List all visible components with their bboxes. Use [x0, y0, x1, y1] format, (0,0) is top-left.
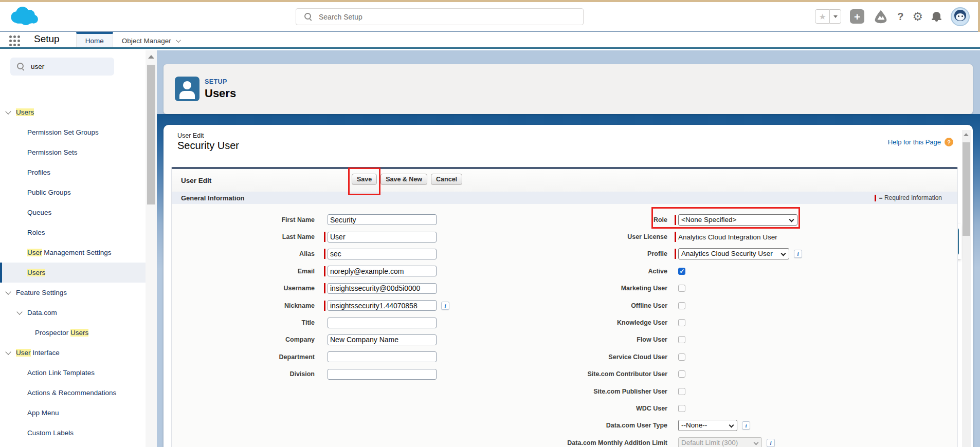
sidebar-item[interactable]: User Management Settings [0, 243, 146, 263]
search-input[interactable] [319, 9, 576, 25]
sidebar-item[interactable]: Actions & Recommendations [0, 383, 146, 403]
checkbox[interactable] [678, 405, 685, 412]
sidebar-item-label: User Management Settings [27, 249, 112, 256]
main-area: SETUP Users User Edit Security User Help… [157, 50, 980, 447]
checkbox[interactable] [678, 319, 685, 326]
sidebar-item[interactable]: Prospector Users [0, 323, 146, 343]
field-input[interactable] [328, 266, 437, 276]
sidebar-item[interactable]: Permission Set Groups [0, 122, 146, 142]
sidebar-item[interactable]: Users [0, 263, 146, 283]
tab-home[interactable]: Home [76, 32, 113, 47]
info-icon[interactable]: i [441, 302, 449, 310]
checkbox[interactable] [678, 285, 685, 292]
checkbox[interactable] [678, 268, 685, 275]
checkbox[interactable] [678, 370, 685, 378]
window-chrome-strip [0, 0, 980, 2]
field-control [328, 249, 437, 259]
sidebar-item[interactable]: Roles [0, 222, 146, 243]
save-and-new-button[interactable]: Save & New [380, 174, 427, 185]
avatar[interactable] [951, 7, 970, 26]
field-input[interactable] [328, 318, 437, 328]
field-input[interactable] [328, 249, 437, 259]
sidebar-item[interactable]: User Interface [0, 343, 146, 363]
salesforce-setup-window: ★ + ? ⚙ Setup Home Object Manager [0, 0, 980, 447]
field-input[interactable] [328, 283, 437, 294]
field-control: i [328, 300, 449, 311]
cancel-button[interactable]: Cancel [431, 174, 462, 185]
form-field-row: Email [177, 263, 481, 280]
users-setup-icon [175, 77, 199, 101]
scrollbar-thumb[interactable] [147, 65, 155, 204]
sidebar-item[interactable]: Profiles [0, 162, 146, 182]
field-input[interactable] [328, 351, 437, 362]
gear-icon[interactable]: ⚙ [912, 10, 923, 24]
checkbox[interactable] [678, 353, 685, 361]
checkbox[interactable] [678, 336, 685, 343]
sidebar-search-input[interactable] [31, 58, 108, 74]
favorites-star-icon[interactable]: ★ [815, 9, 830, 24]
required-indicator [667, 386, 678, 397]
required-indicator [667, 266, 678, 276]
bell-icon[interactable] [932, 11, 942, 22]
info-icon[interactable]: i [794, 250, 802, 258]
sidebar-item[interactable]: Custom Labels [0, 423, 146, 443]
help-link[interactable]: Help for this Page [888, 138, 941, 146]
field-control [678, 285, 685, 292]
field-input[interactable] [328, 232, 437, 243]
sidebar-item[interactable]: Permission Sets [0, 142, 146, 162]
field-input[interactable] [328, 369, 437, 380]
sidebar-search [10, 58, 114, 76]
field-input[interactable] [328, 334, 437, 345]
required-indicator [667, 301, 678, 311]
field-select[interactable]: --None-- [678, 420, 737, 431]
chevron-down-icon[interactable] [5, 108, 11, 114]
field-select[interactable]: Analytics Cloud Security User [678, 248, 789, 259]
sidebar-item-label: Custom Labels [27, 429, 74, 437]
form-field-row: Knowledge User [504, 314, 833, 331]
checkbox[interactable] [678, 302, 685, 309]
scroll-up-icon[interactable] [964, 133, 969, 136]
field-label: Company [177, 336, 315, 343]
info-icon[interactable]: i [742, 421, 750, 430]
sidebar-item[interactable]: Feature Settings [0, 283, 146, 303]
global-header: ★ + ? ⚙ [0, 2, 980, 31]
form-field-row: WDC User [504, 400, 833, 417]
form-field-row: Data.com Monthly Addition Limit Default … [504, 434, 833, 447]
chevron-down-icon[interactable] [16, 309, 22, 314]
field-value-text: Analytics Cloud Integration User [678, 233, 777, 241]
field-label: Role [504, 216, 667, 224]
save-button[interactable]: Save [352, 174, 377, 185]
trailhead-icon[interactable] [873, 9, 888, 24]
sidebar-item[interactable]: Action Link Templates [0, 363, 146, 383]
field-label: Nickname [177, 302, 315, 309]
sidebar-item[interactable]: Public Groups [0, 182, 146, 202]
setup-tabs: Home Object Manager [76, 32, 188, 47]
field-control [678, 353, 685, 361]
help-question-icon[interactable]: ? [945, 138, 953, 146]
sidebar-item[interactable]: Users [0, 102, 146, 122]
required-indicator [667, 283, 678, 293]
sidebar-scrollbar[interactable] [146, 50, 157, 447]
field-select[interactable]: <None Specified> [678, 214, 797, 226]
field-label: Site.com Contributor User [504, 370, 667, 378]
tab-object-manager[interactable]: Object Manager [113, 32, 188, 47]
field-input[interactable] [328, 300, 437, 311]
scrollbar-thumb[interactable] [963, 142, 970, 236]
help-icon[interactable]: ? [897, 11, 903, 23]
sidebar-item[interactable]: Queues [0, 202, 146, 222]
info-icon[interactable]: i [767, 439, 775, 447]
field-select[interactable]: Default Limit (300) [678, 437, 762, 447]
field-input[interactable] [328, 214, 437, 225]
chevron-down-icon[interactable] [5, 289, 11, 294]
scroll-up-icon[interactable] [148, 55, 154, 59]
content-scrollbar[interactable] [962, 130, 971, 447]
favorites-caret-icon[interactable] [830, 9, 841, 24]
chevron-down-icon[interactable] [5, 349, 11, 355]
quick-create-icon[interactable]: + [850, 9, 864, 24]
sidebar-item[interactable]: Data.com [0, 303, 146, 323]
checkbox[interactable] [678, 388, 685, 395]
app-launcher-icon[interactable] [9, 35, 21, 47]
field-label: Knowledge User [504, 319, 667, 326]
sidebar-item[interactable]: App Menu [0, 403, 146, 423]
field-label: User License [504, 233, 667, 240]
